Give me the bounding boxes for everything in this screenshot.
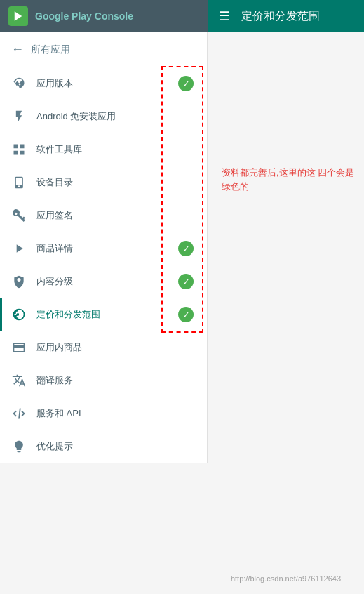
app-logo	[8, 6, 28, 26]
back-label: 所有应用	[31, 44, 70, 56]
app-title: Google Play Console	[35, 11, 133, 22]
sidebar-item-pricing-distribution[interactable]: 定价和分发范围✓	[0, 298, 207, 331]
annotation-text: 资料都完善后,这里的这 四个会是绿色的	[222, 166, 357, 193]
sidebar-item-app-signing[interactable]: 应用签名	[0, 199, 207, 232]
sidebar: ← 所有应用 应用版本✓Android 免安装应用软件工具库设备目录应用签名商品…	[0, 32, 208, 463]
title-suffix-bold: Console	[95, 11, 133, 22]
footer-url: http://blog.csdn.net/a976112643	[208, 574, 364, 583]
checkmark-icon-app-version: ✓	[178, 76, 194, 91]
sidebar-item-label-app-version: 应用版本	[36, 77, 73, 90]
header-right: ☰ 定价和分发范围	[208, 0, 364, 32]
sidebar-item-label-android-instant: Android 免安装应用	[36, 110, 116, 123]
phone-icon	[11, 175, 27, 190]
page-title: 定价和分发范围	[241, 9, 320, 24]
sidebar-item-store-listing[interactable]: 商品详情✓	[0, 232, 207, 265]
checkmark-icon-pricing-distribution: ✓	[178, 307, 194, 322]
sidebar-item-label-store-listing: 商品详情	[36, 242, 73, 255]
sidebar-item-services-api[interactable]: 服务和 API	[0, 397, 207, 430]
back-arrow-icon: ←	[11, 42, 24, 57]
check-area-content-rating: ✓	[176, 274, 196, 289]
grid-icon	[11, 142, 27, 157]
sidebar-item-translation[interactable]: 翻译服务	[0, 364, 207, 397]
sidebar-item-label-software-library: 软件工具库	[36, 143, 82, 156]
sidebar-item-label-services-api: 服务和 API	[36, 407, 81, 420]
bolt-icon	[11, 109, 27, 124]
check-area-app-version: ✓	[176, 76, 196, 91]
shield-icon	[11, 274, 27, 289]
sidebar-item-device-catalog[interactable]: 设备目录	[0, 166, 207, 199]
nav-items-list: 应用版本✓Android 免安装应用软件工具库设备目录应用签名商品详情✓内容分级…	[0, 67, 207, 463]
sidebar-item-label-optimization: 优化提示	[36, 440, 73, 453]
key-icon	[11, 208, 27, 223]
checkmark-icon-content-rating: ✓	[178, 274, 194, 289]
sidebar-item-label-device-catalog: 设备目录	[36, 176, 73, 189]
sidebar-item-software-library[interactable]: 软件工具库	[0, 133, 207, 166]
sidebar-item-content-rating[interactable]: 内容分级✓	[0, 265, 207, 298]
title-prefix: Google Play	[35, 11, 92, 22]
sidebar-item-label-app-signing: 应用签名	[36, 209, 73, 222]
sidebar-item-optimization[interactable]: 优化提示	[0, 430, 207, 463]
right-panel: 资料都完善后,这里的这 四个会是绿色的 http://blog.csdn.net…	[208, 32, 364, 594]
play-icon	[11, 241, 27, 256]
api-icon	[11, 406, 27, 421]
sidebar-item-label-content-rating: 内容分级	[36, 275, 73, 288]
sidebar-item-label-in-app-products: 应用内商品	[36, 341, 82, 354]
header-brand: Google Play Console	[0, 0, 208, 32]
globe-icon	[11, 307, 27, 322]
sidebar-wrapper: ← 所有应用 应用版本✓Android 免安装应用软件工具库设备目录应用签名商品…	[0, 32, 208, 594]
rocket-icon	[11, 76, 27, 91]
svg-marker-0	[15, 11, 22, 21]
sidebar-item-android-instant[interactable]: Android 免安装应用	[0, 100, 207, 133]
sidebar-item-label-pricing-distribution: 定价和分发范围	[36, 308, 100, 321]
sidebar-item-in-app-products[interactable]: 应用内商品	[0, 331, 207, 364]
card-icon	[11, 340, 27, 355]
main-content: ← 所有应用 应用版本✓Android 免安装应用软件工具库设备目录应用签名商品…	[0, 32, 364, 594]
translate-icon	[11, 373, 27, 388]
sidebar-item-app-version[interactable]: 应用版本✓	[0, 67, 207, 100]
sidebar-item-label-translation: 翻译服务	[36, 374, 73, 387]
checkmark-icon-store-listing: ✓	[178, 241, 194, 256]
lightbulb-icon	[11, 439, 27, 454]
check-area-store-listing: ✓	[176, 241, 196, 256]
hamburger-icon[interactable]: ☰	[219, 8, 230, 24]
app-header: Google Play Console ☰ 定价和分发范围	[0, 0, 364, 32]
nav-back-all-apps[interactable]: ← 所有应用	[0, 32, 207, 67]
check-area-pricing-distribution: ✓	[176, 307, 196, 322]
